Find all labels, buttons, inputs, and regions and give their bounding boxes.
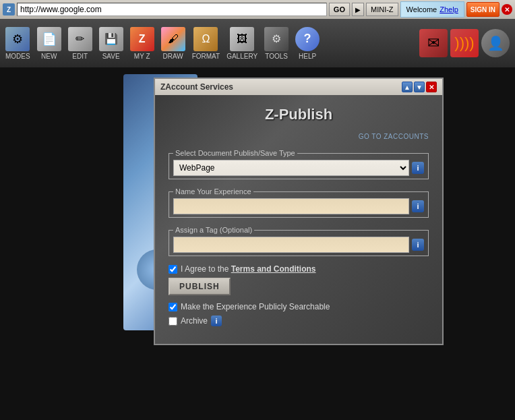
name-experience-legend: Name Your Experience	[173, 187, 253, 196]
user-icon: 👤	[487, 35, 504, 51]
gallery-icon: 🖼	[230, 27, 254, 51]
edit-label: EDIT	[72, 53, 88, 60]
mini-z-button[interactable]: MINI-Z	[366, 3, 398, 16]
help-icon: ?	[295, 27, 320, 51]
terms-link[interactable]: Terms and Conditions	[231, 264, 316, 274]
toolbar-item-new[interactable]: 📄 NEW	[37, 27, 61, 60]
toolbar-item-myz[interactable]: Z MY Z	[130, 27, 154, 60]
main-content-area: ZAccount Services ▲ ▼ ✕ Z-Publish GO TO …	[0, 67, 515, 420]
tools-icon: ⚙	[264, 27, 289, 51]
publish-button[interactable]: PUBLISH	[169, 278, 231, 295]
dialog-title-bar: ZAccount Services ▲ ▼ ✕	[154, 78, 444, 95]
modes-icon: ⚙	[5, 27, 30, 51]
tag-fieldset: Assign a Tag (Optional) i	[169, 226, 429, 256]
save-label: SAVE	[102, 53, 120, 60]
archive-label: Archive	[181, 316, 208, 326]
tag-info-icon[interactable]: i	[412, 239, 424, 251]
mail-icon-box[interactable]: ✉	[419, 29, 448, 57]
toolbar-item-modes[interactable]: ⚙ MODES	[5, 27, 30, 60]
terms-checkbox-row: I Agree to the Terms and Conditions	[169, 264, 429, 274]
welcome-text: Welcome	[406, 5, 437, 13]
name-experience-row: i	[173, 198, 424, 214]
myz-label: MY Z	[134, 53, 150, 60]
help-label: HELP	[299, 53, 316, 60]
format-label: FORMAT	[192, 53, 220, 60]
dialog-title-bar-text: ZAccount Services	[160, 82, 233, 92]
new-label: NEW	[41, 53, 57, 60]
sign-in-button[interactable]: SIGN IN	[466, 2, 499, 17]
publish-type-group: Select Document Publish/Save Type WebPag…	[169, 149, 429, 179]
gallery-label: GALLERY	[226, 53, 258, 60]
terms-prefix-text: I Agree to the	[181, 264, 231, 274]
tag-legend: Assign a Tag (Optional)	[173, 226, 254, 234]
searchable-checkbox-row: Make the Experience Publicly Searchable	[169, 302, 429, 311]
dialog-close-button[interactable]: ✕	[426, 82, 437, 92]
toolbar-item-save[interactable]: 💾 SAVE	[99, 27, 123, 60]
dialog-body: Z-Publish GO TO ZACCOUNTS Select Documen…	[154, 95, 444, 345]
edit-icon: ✏	[68, 27, 92, 51]
rss-icon-box[interactable]: ))))	[450, 29, 479, 57]
title-bar-controls: ▲ ▼ ✕	[402, 82, 437, 92]
browser-bar: Z GO ▶ MINI-Z Welcome Zhelp SIGN IN ✕	[0, 0, 515, 19]
welcome-area: Welcome Zhelp	[400, 1, 464, 18]
archive-checkbox[interactable]	[169, 317, 177, 326]
tag-input[interactable]	[173, 237, 409, 253]
dialog-up-button[interactable]: ▲	[402, 82, 413, 92]
browser-logo: Z	[3, 3, 15, 16]
name-experience-group: Name Your Experience i	[169, 187, 429, 218]
go-to-zaccounts-text[interactable]: GO TO ZACCOUNTS	[359, 133, 429, 140]
name-experience-fieldset: Name Your Experience i	[169, 187, 429, 218]
user-icon-box[interactable]: 👤	[481, 29, 510, 57]
dialog-down-button[interactable]: ▼	[414, 82, 425, 92]
close-button[interactable]: ✕	[502, 4, 512, 15]
url-input[interactable]	[17, 3, 327, 16]
toolbar-item-gallery[interactable]: 🖼 GALLERY	[226, 27, 258, 60]
welcome-user-link[interactable]: Zhelp	[440, 5, 458, 13]
toolbar-item-edit[interactable]: ✏ EDIT	[68, 27, 92, 60]
toolbar-item-help[interactable]: ? HELP	[295, 27, 320, 60]
terms-checkbox[interactable]	[169, 265, 177, 274]
go-to-zaccounts-link[interactable]: GO TO ZACCOUNTS	[169, 131, 429, 141]
publish-type-fieldset: Select Document Publish/Save Type WebPag…	[169, 149, 429, 179]
draw-label: DRAW	[163, 53, 183, 60]
publish-type-info-icon[interactable]: i	[412, 162, 424, 174]
new-icon: 📄	[37, 27, 61, 51]
toolbar-item-format[interactable]: Ω FORMAT	[192, 27, 220, 60]
right-icons-panel: ✉ )))) 👤	[419, 29, 510, 57]
draw-icon: 🖌	[161, 27, 185, 51]
dialog-main-title: Z-Publish	[169, 106, 429, 123]
searchable-checkbox[interactable]	[169, 303, 177, 311]
tag-group: Assign a Tag (Optional) i	[169, 226, 429, 256]
name-experience-info-icon[interactable]: i	[412, 200, 424, 212]
publish-type-legend: Select Document Publish/Save Type	[173, 149, 297, 157]
toolbar-item-draw[interactable]: 🖌 DRAW	[161, 27, 185, 60]
go-button[interactable]: GO	[329, 3, 350, 16]
terms-label: I Agree to the Terms and Conditions	[181, 264, 316, 274]
format-icon: Ω	[193, 27, 218, 51]
myz-icon: Z	[130, 27, 154, 51]
mail-icon: ✉	[427, 34, 440, 52]
main-toolbar: ⚙ MODES 📄 NEW ✏ EDIT 💾 SAVE Z MY Z 🖌 DRA…	[0, 19, 515, 67]
publish-type-row: WebPage PDF Image Archive i	[173, 160, 424, 176]
save-icon: 💾	[99, 27, 123, 51]
tools-label: TOOLS	[265, 53, 288, 60]
publish-type-select[interactable]: WebPage PDF Image Archive	[173, 160, 409, 176]
arrow-button[interactable]: ▶	[352, 3, 364, 16]
archive-info-icon[interactable]: i	[211, 316, 222, 326]
modes-label: MODES	[5, 53, 30, 60]
tag-row: i	[173, 237, 424, 253]
searchable-label: Make the Experience Publicly Searchable	[181, 302, 330, 311]
toolbar-item-tools[interactable]: ⚙ TOOLS	[264, 27, 289, 60]
archive-checkbox-row: Archive i	[169, 316, 429, 326]
name-experience-input[interactable]	[173, 198, 409, 214]
rss-icon: ))))	[454, 34, 474, 52]
zpublish-dialog: ZAccount Services ▲ ▼ ✕ Z-Publish GO TO …	[154, 78, 444, 345]
